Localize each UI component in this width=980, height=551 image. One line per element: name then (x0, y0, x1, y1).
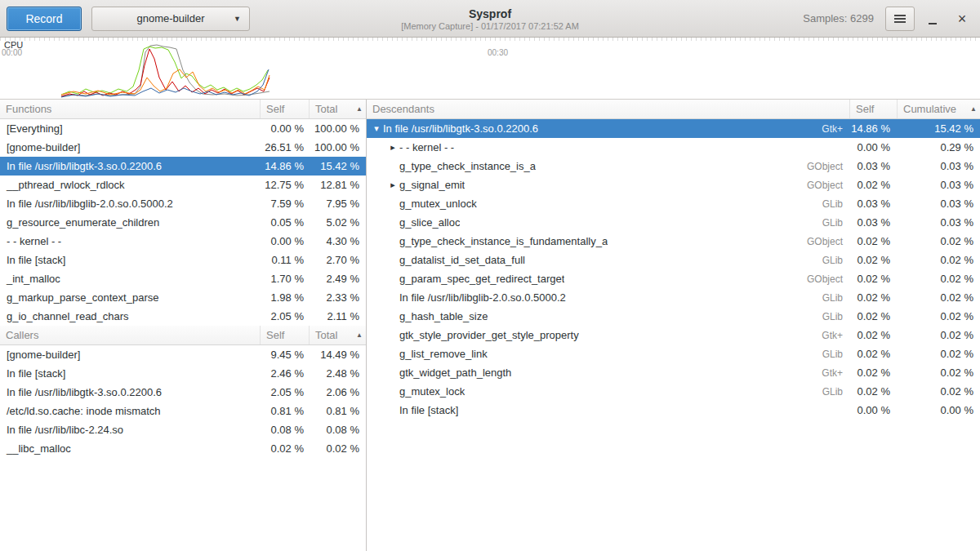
sort-indicator-icon: ▲ (356, 331, 363, 339)
tree-row[interactable]: gtk_widget_path_lengthGtk+0.02 %0.02 % (367, 363, 980, 382)
cumulative-value: 15.42 % (897, 122, 980, 135)
menu-button[interactable] (885, 7, 915, 31)
total-column-header[interactable]: Total ▲ (309, 326, 366, 344)
self-column-header[interactable]: Self (849, 100, 897, 118)
tree-row[interactable]: g_mutex_unlockGLib0.03 %0.03 % (367, 194, 980, 213)
tree-row[interactable]: ▸- - kernel - -0.00 %0.29 % (367, 138, 980, 157)
library-category: GObject (807, 236, 849, 247)
record-button[interactable]: Record (7, 7, 82, 31)
library-category: Gtk+ (822, 330, 849, 341)
self-value: 9.45 % (260, 349, 309, 361)
table-row[interactable]: g_resource_enumerate_children0.05 %5.02 … (0, 213, 366, 232)
table-row[interactable]: In file /usr/lib/libgtk-3.so.0.2200.62.0… (0, 383, 366, 402)
function-name: g_datalist_id_set_data_full (399, 254, 525, 266)
tree-row[interactable]: g_hash_table_sizeGLib0.02 %0.02 % (367, 307, 980, 326)
total-value: 14.49 % (309, 349, 366, 361)
tree-row[interactable]: In file [stack]0.00 %0.00 % (367, 401, 980, 420)
library-category: GLib (822, 386, 849, 398)
function-name: gtk_style_provider_get_style_property (399, 329, 579, 341)
table-row[interactable]: In file /usr/lib/libgtk-3.so.0.2200.614.… (0, 157, 366, 176)
function-name: g_io_channel_read_chars (0, 310, 260, 322)
function-name: [Everything] (0, 122, 260, 135)
tree-row[interactable]: ▾In file /usr/lib/libgtk-3.so.0.2200.6Gt… (367, 119, 980, 138)
total-column-header[interactable]: Total ▲ (309, 100, 366, 118)
table-row[interactable]: In file /usr/lib/libglib-2.0.so.0.5000.2… (0, 194, 366, 213)
function-name: g_resource_enumerate_children (0, 216, 260, 229)
expander-icon[interactable]: ▾ (370, 123, 383, 134)
function-name: __pthread_rwlock_rdlock (0, 179, 260, 191)
table-row[interactable]: [gnome-builder]26.51 %100.00 % (0, 138, 366, 157)
function-name: g_param_spec_get_redirect_target (399, 273, 564, 285)
table-row[interactable]: [gnome-builder]9.45 %14.49 % (0, 345, 366, 364)
cpu-usage-chart (0, 38, 980, 100)
self-value: 0.02 % (849, 329, 897, 341)
self-column-header[interactable]: Self (260, 100, 309, 118)
cumulative-value: 0.02 % (897, 385, 980, 398)
main-content: Functions Self Total ▲ [Everything]0.00 … (0, 100, 980, 551)
self-value: 7.59 % (260, 198, 309, 210)
self-column-header[interactable]: Self (260, 326, 309, 344)
process-selector-dropdown[interactable]: gnome-builder ▼ (91, 7, 250, 31)
tree-row[interactable]: g_type_check_instance_is_aGObject0.03 %0… (367, 157, 980, 176)
self-value: 0.02 % (849, 235, 897, 247)
self-value: 0.02 % (849, 385, 897, 398)
tree-row[interactable]: g_mutex_lockGLib0.02 %0.02 % (367, 382, 980, 401)
window-title: Sysprof (469, 7, 511, 20)
function-name: g_mutex_unlock (399, 198, 477, 210)
self-value: 0.02 % (849, 348, 897, 360)
cumulative-value: 0.03 % (897, 179, 980, 191)
tree-row[interactable]: g_slice_allocGLib0.03 %0.03 % (367, 213, 980, 232)
table-row[interactable]: __pthread_rwlock_rdlock12.75 %12.81 % (0, 176, 366, 194)
expander-icon[interactable]: ▸ (386, 142, 399, 153)
function-name: g_markup_parse_context_parse (0, 291, 260, 304)
self-value: 0.00 % (260, 235, 309, 247)
library-category: GObject (807, 273, 849, 285)
tree-row[interactable]: gtk_style_provider_get_style_propertyGtk… (367, 326, 980, 344)
library-category: GLib (822, 255, 849, 266)
functions-column-header[interactable]: Functions (0, 100, 260, 118)
function-name: In file /usr/lib/libgtk-3.so.0.2200.6 (383, 122, 538, 135)
cumulative-column-header[interactable]: Cumulative ▲ (897, 100, 980, 118)
table-row[interactable]: In file [stack]2.46 %2.48 % (0, 364, 366, 383)
total-value: 15.42 % (309, 160, 366, 172)
cumulative-value: 0.00 % (897, 404, 980, 416)
table-row[interactable]: In file [stack]0.11 %2.70 % (0, 251, 366, 269)
library-category: Gtk+ (822, 123, 849, 135)
tree-row[interactable]: g_datalist_id_set_data_fullGLib0.02 %0.0… (367, 251, 980, 269)
table-row[interactable]: [Everything]0.00 %100.00 % (0, 119, 366, 138)
minimize-button[interactable] (921, 7, 944, 30)
chevron-down-icon: ▼ (234, 15, 241, 23)
total-value: 0.81 % (309, 405, 366, 417)
descendants-column-header[interactable]: Descendants (367, 100, 849, 118)
table-row[interactable]: g_markup_parse_context_parse1.98 %2.33 % (0, 288, 366, 307)
callers-column-header[interactable]: Callers (0, 326, 260, 344)
total-value: 2.11 % (309, 310, 366, 322)
self-value: 2.05 % (260, 310, 309, 322)
self-value: 0.02 % (849, 254, 897, 266)
self-value: 0.03 % (849, 216, 897, 229)
tree-row[interactable]: g_type_check_instance_is_fundamentally_a… (367, 232, 980, 251)
tree-row[interactable]: g_param_spec_get_redirect_targetGObject0… (367, 269, 980, 288)
self-value: 0.02 % (260, 442, 309, 455)
function-name: In file /usr/lib/libgtk-3.so.0.2200.6 (0, 386, 260, 398)
sort-indicator-icon: ▲ (356, 105, 363, 113)
self-value: 0.81 % (260, 405, 309, 417)
expander-icon[interactable]: ▸ (386, 180, 399, 190)
total-value: 4.30 % (309, 235, 366, 247)
table-row[interactable]: __libc_malloc0.02 %0.02 % (0, 439, 366, 458)
total-value: 2.33 % (309, 291, 366, 304)
cpu-graph-area[interactable]: CPU 00:00 00:30 (0, 38, 980, 100)
cumulative-value: 0.02 % (897, 235, 980, 247)
table-row[interactable]: /etc/ld.so.cache: inode mismatch0.81 %0.… (0, 402, 366, 420)
self-value: 1.98 % (260, 291, 309, 304)
tree-row[interactable]: ▸g_signal_emitGObject0.02 %0.03 % (367, 176, 980, 194)
table-row[interactable]: In file /usr/lib/libc-2.24.so0.08 %0.08 … (0, 420, 366, 439)
close-button[interactable]: × (951, 7, 973, 30)
table-row[interactable]: g_io_channel_read_chars2.05 %2.11 % (0, 307, 366, 326)
cumulative-value: 0.29 % (897, 141, 980, 153)
tree-row[interactable]: g_list_remove_linkGLib0.02 %0.02 % (367, 344, 980, 363)
self-value: 14.86 % (260, 160, 309, 172)
tree-row[interactable]: In file /usr/lib/libglib-2.0.so.0.5000.2… (367, 288, 980, 307)
table-row[interactable]: _int_malloc1.70 %2.49 % (0, 269, 366, 288)
table-row[interactable]: - - kernel - -0.00 %4.30 % (0, 232, 366, 251)
